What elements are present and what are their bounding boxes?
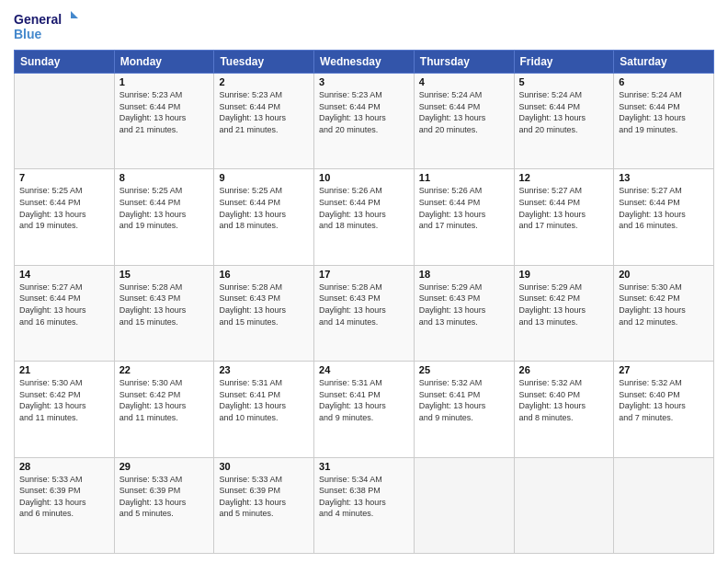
day-number: 15 <box>119 269 210 280</box>
calendar-cell <box>614 457 714 553</box>
page: General Blue SundayMondayTuesdayWednesda… <box>0 0 728 563</box>
day-info: Sunrise: 5:30 AM Sunset: 6:42 PM Dayligh… <box>619 282 709 327</box>
day-info: Sunrise: 5:30 AM Sunset: 6:42 PM Dayligh… <box>119 377 210 423</box>
calendar-cell: 14Sunrise: 5:27 AM Sunset: 6:44 PM Dayli… <box>15 265 115 361</box>
day-info: Sunrise: 5:28 AM Sunset: 6:43 PM Dayligh… <box>119 282 210 327</box>
day-info: Sunrise: 5:33 AM Sunset: 6:39 PM Dayligh… <box>19 474 109 520</box>
logo: General Blue <box>14 9 78 42</box>
day-number: 22 <box>119 364 210 375</box>
day-number: 4 <box>419 76 509 87</box>
calendar-week-row: 28Sunrise: 5:33 AM Sunset: 6:39 PM Dayli… <box>15 457 714 553</box>
weekday-header-saturday: Saturday <box>614 51 714 74</box>
calendar-cell: 12Sunrise: 5:27 AM Sunset: 6:44 PM Dayli… <box>514 169 614 265</box>
logo-svg: General Blue <box>14 9 78 42</box>
day-number: 18 <box>419 269 509 280</box>
calendar-cell: 18Sunrise: 5:29 AM Sunset: 6:43 PM Dayli… <box>414 265 514 361</box>
svg-marker-2 <box>71 11 78 18</box>
day-info: Sunrise: 5:23 AM Sunset: 6:44 PM Dayligh… <box>319 89 409 135</box>
day-number: 29 <box>119 461 210 472</box>
weekday-header-sunday: Sunday <box>15 51 115 74</box>
weekday-header-friday: Friday <box>514 51 614 74</box>
day-number: 28 <box>19 461 109 472</box>
weekday-header-row: SundayMondayTuesdayWednesdayThursdayFrid… <box>15 51 714 74</box>
day-info: Sunrise: 5:29 AM Sunset: 6:43 PM Dayligh… <box>419 282 509 327</box>
calendar-cell: 7Sunrise: 5:25 AM Sunset: 6:44 PM Daylig… <box>15 169 115 265</box>
calendar-cell <box>414 457 514 553</box>
day-number: 31 <box>319 461 409 472</box>
day-info: Sunrise: 5:28 AM Sunset: 6:43 PM Dayligh… <box>319 282 409 327</box>
day-info: Sunrise: 5:26 AM Sunset: 6:44 PM Dayligh… <box>419 185 509 231</box>
calendar-cell: 6Sunrise: 5:24 AM Sunset: 6:44 PM Daylig… <box>614 74 714 169</box>
calendar-cell: 31Sunrise: 5:34 AM Sunset: 6:38 PM Dayli… <box>314 457 415 553</box>
calendar-week-row: 7Sunrise: 5:25 AM Sunset: 6:44 PM Daylig… <box>15 169 714 265</box>
day-info: Sunrise: 5:23 AM Sunset: 6:44 PM Dayligh… <box>119 89 210 135</box>
day-info: Sunrise: 5:24 AM Sunset: 6:44 PM Dayligh… <box>619 89 709 135</box>
calendar-cell: 25Sunrise: 5:32 AM Sunset: 6:41 PM Dayli… <box>414 362 514 457</box>
calendar-cell: 26Sunrise: 5:32 AM Sunset: 6:40 PM Dayli… <box>514 362 614 457</box>
calendar-cell: 11Sunrise: 5:26 AM Sunset: 6:44 PM Dayli… <box>414 169 514 265</box>
day-info: Sunrise: 5:31 AM Sunset: 6:41 PM Dayligh… <box>219 377 309 423</box>
day-info: Sunrise: 5:33 AM Sunset: 6:39 PM Dayligh… <box>119 474 210 520</box>
day-info: Sunrise: 5:23 AM Sunset: 6:44 PM Dayligh… <box>219 89 309 135</box>
svg-text:Blue: Blue <box>14 27 42 41</box>
calendar-cell: 30Sunrise: 5:33 AM Sunset: 6:39 PM Dayli… <box>214 457 314 553</box>
svg-text:General: General <box>14 12 62 27</box>
day-number: 9 <box>219 172 309 183</box>
calendar-cell: 2Sunrise: 5:23 AM Sunset: 6:44 PM Daylig… <box>214 74 314 169</box>
day-number: 25 <box>419 364 509 375</box>
day-info: Sunrise: 5:25 AM Sunset: 6:44 PM Dayligh… <box>19 185 109 231</box>
calendar-body: 1Sunrise: 5:23 AM Sunset: 6:44 PM Daylig… <box>15 74 714 554</box>
day-info: Sunrise: 5:24 AM Sunset: 6:44 PM Dayligh… <box>419 89 509 135</box>
calendar-cell: 22Sunrise: 5:30 AM Sunset: 6:42 PM Dayli… <box>114 362 214 457</box>
weekday-header-tuesday: Tuesday <box>214 51 314 74</box>
weekday-header-thursday: Thursday <box>414 51 514 74</box>
calendar-cell: 8Sunrise: 5:25 AM Sunset: 6:44 PM Daylig… <box>114 169 214 265</box>
calendar-cell: 15Sunrise: 5:28 AM Sunset: 6:43 PM Dayli… <box>114 265 214 361</box>
day-number: 8 <box>119 172 210 183</box>
day-info: Sunrise: 5:32 AM Sunset: 6:40 PM Dayligh… <box>619 377 709 423</box>
calendar-cell: 23Sunrise: 5:31 AM Sunset: 6:41 PM Dayli… <box>214 362 314 457</box>
day-info: Sunrise: 5:26 AM Sunset: 6:44 PM Dayligh… <box>319 185 409 231</box>
calendar-cell <box>15 74 115 169</box>
day-info: Sunrise: 5:29 AM Sunset: 6:42 PM Dayligh… <box>519 282 609 327</box>
day-info: Sunrise: 5:32 AM Sunset: 6:40 PM Dayligh… <box>519 377 609 423</box>
calendar-week-row: 1Sunrise: 5:23 AM Sunset: 6:44 PM Daylig… <box>15 74 714 169</box>
calendar-cell: 5Sunrise: 5:24 AM Sunset: 6:44 PM Daylig… <box>514 74 614 169</box>
calendar-table: SundayMondayTuesdayWednesdayThursdayFrid… <box>14 50 714 554</box>
day-number: 7 <box>19 172 109 183</box>
day-number: 21 <box>19 364 109 375</box>
calendar-week-row: 21Sunrise: 5:30 AM Sunset: 6:42 PM Dayli… <box>15 362 714 457</box>
calendar-cell: 19Sunrise: 5:29 AM Sunset: 6:42 PM Dayli… <box>514 265 614 361</box>
day-number: 13 <box>619 172 709 183</box>
day-number: 19 <box>519 269 609 280</box>
calendar-cell <box>514 457 614 553</box>
calendar-cell: 21Sunrise: 5:30 AM Sunset: 6:42 PM Dayli… <box>15 362 115 457</box>
day-info: Sunrise: 5:27 AM Sunset: 6:44 PM Dayligh… <box>519 185 609 231</box>
day-number: 6 <box>619 76 709 87</box>
day-number: 12 <box>519 172 609 183</box>
day-number: 1 <box>119 76 210 87</box>
day-number: 3 <box>319 76 409 87</box>
calendar-cell: 4Sunrise: 5:24 AM Sunset: 6:44 PM Daylig… <box>414 74 514 169</box>
calendar-cell: 3Sunrise: 5:23 AM Sunset: 6:44 PM Daylig… <box>314 74 415 169</box>
calendar-cell: 1Sunrise: 5:23 AM Sunset: 6:44 PM Daylig… <box>114 74 214 169</box>
calendar-cell: 28Sunrise: 5:33 AM Sunset: 6:39 PM Dayli… <box>15 457 115 553</box>
day-info: Sunrise: 5:33 AM Sunset: 6:39 PM Dayligh… <box>219 474 309 520</box>
weekday-header-wednesday: Wednesday <box>314 51 415 74</box>
calendar-cell: 9Sunrise: 5:25 AM Sunset: 6:44 PM Daylig… <box>214 169 314 265</box>
day-info: Sunrise: 5:27 AM Sunset: 6:44 PM Dayligh… <box>19 282 109 327</box>
day-number: 23 <box>219 364 309 375</box>
day-info: Sunrise: 5:24 AM Sunset: 6:44 PM Dayligh… <box>519 89 609 135</box>
day-info: Sunrise: 5:27 AM Sunset: 6:44 PM Dayligh… <box>619 185 709 231</box>
day-number: 2 <box>219 76 309 87</box>
day-info: Sunrise: 5:31 AM Sunset: 6:41 PM Dayligh… <box>319 377 409 423</box>
calendar-cell: 27Sunrise: 5:32 AM Sunset: 6:40 PM Dayli… <box>614 362 714 457</box>
day-info: Sunrise: 5:28 AM Sunset: 6:43 PM Dayligh… <box>219 282 309 327</box>
day-number: 11 <box>419 172 509 183</box>
day-info: Sunrise: 5:30 AM Sunset: 6:42 PM Dayligh… <box>19 377 109 423</box>
calendar-cell: 24Sunrise: 5:31 AM Sunset: 6:41 PM Dayli… <box>314 362 415 457</box>
day-info: Sunrise: 5:34 AM Sunset: 6:38 PM Dayligh… <box>319 474 409 520</box>
day-number: 16 <box>219 269 309 280</box>
day-number: 24 <box>319 364 409 375</box>
day-number: 5 <box>519 76 609 87</box>
